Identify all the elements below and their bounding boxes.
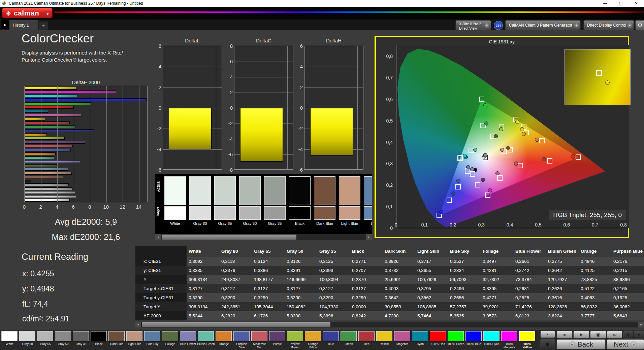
palette-swatch-gray-35[interactable]: Gray 35 — [72, 330, 90, 350]
meter-dropdown[interactable]: X-Rite i1Pro 2Direct View ▼ — [455, 20, 491, 30]
swatch-color[interactable] — [198, 331, 214, 341]
palette-swatch-gray-80[interactable]: Gray 80 — [19, 330, 36, 350]
swatch-color[interactable] — [358, 331, 375, 341]
add-tab-button[interactable]: + — [39, 22, 48, 30]
gear-icon[interactable]: ⚙ — [635, 20, 644, 30]
swatch-color[interactable] — [394, 331, 410, 341]
scroll-right-icon[interactable]: ► — [366, 234, 372, 240]
play-icon[interactable]: ▶ — [573, 330, 589, 339]
palette-swatch-cyan[interactable]: Cyan — [411, 330, 429, 350]
table-cell: 0,3376 — [219, 266, 252, 275]
table-cell: 0,2681 — [513, 284, 546, 293]
swatch-color[interactable] — [448, 331, 464, 341]
swatch-color[interactable] — [73, 331, 89, 341]
chevron-up-icon[interactable]: ▲ — [540, 330, 555, 338]
palette-swatch-blue[interactable]: Blue — [322, 330, 340, 350]
palette-swatch-gray-50[interactable]: Gray 50 — [54, 330, 72, 350]
swatch-color[interactable] — [483, 331, 500, 341]
refresh-icon[interactable]: ⟳ — [623, 330, 633, 339]
next-button[interactable]: Next » — [607, 339, 644, 349]
close-icon[interactable]: ✕ — [629, 0, 644, 7]
swatch-color[interactable] — [376, 331, 392, 341]
pattern-standby-button[interactable]: ■ — [540, 339, 555, 349]
scroll-right-icon[interactable]: ► — [638, 322, 644, 327]
swatch-color[interactable] — [519, 331, 535, 341]
palette-swatch-yellow[interactable]: Yellow — [376, 330, 393, 350]
loop-infinity-icon[interactable]: ∞ — [607, 330, 622, 339]
scroll-left-icon[interactable]: ◄ — [135, 322, 141, 327]
swatch-color[interactable] — [305, 331, 321, 341]
palette-swatch-100-red[interactable]: 100% Red — [429, 330, 447, 350]
swatch-color[interactable] — [37, 331, 53, 341]
palette-swatch-green[interactable]: Green — [340, 330, 358, 350]
palette-swatch-dark-skin[interactable]: Dark Skin — [108, 330, 126, 350]
swatch-color[interactable] — [180, 331, 196, 341]
swatch-color[interactable] — [465, 331, 482, 341]
strip-scrollbar[interactable]: ◄ ► — [155, 234, 372, 240]
tab-history-1[interactable]: History 1 — [9, 20, 38, 30]
back-button[interactable]: « Back — [556, 339, 606, 349]
swatch-color[interactable] — [162, 331, 178, 341]
palette-swatch-magenta[interactable]: Magenta — [393, 330, 411, 350]
palette-swatch-orange-yellow[interactable]: Orange Yellow — [304, 330, 322, 350]
minimize-icon[interactable]: — — [598, 0, 613, 7]
maximize-icon[interactable]: ▢ — [613, 0, 629, 7]
swatch-color[interactable] — [126, 331, 142, 341]
swatch-color[interactable] — [55, 331, 71, 341]
pattern-window-icon[interactable]: ▣ — [590, 330, 606, 339]
record-circle-icon[interactable]: ● — [634, 330, 644, 339]
palette-swatch-white[interactable]: White — [1, 330, 19, 350]
swatch-color[interactable] — [341, 331, 357, 341]
swatch-color[interactable] — [19, 331, 35, 341]
palette-swatch-black[interactable]: Black — [90, 330, 108, 350]
palette-swatch-100-magenta[interactable]: 100% Magenta — [501, 330, 518, 350]
scroll-left-icon[interactable]: ◄ — [155, 234, 161, 240]
palette-swatch-100-yellow[interactable]: 100% Yellow — [518, 330, 536, 350]
palette-swatch-moderate-red[interactable]: Moderate Red — [251, 330, 268, 350]
swatch-color[interactable] — [430, 331, 446, 341]
palette-swatch-bluish-green[interactable]: Bluish Green — [197, 330, 215, 350]
swatch-color[interactable] — [412, 331, 428, 341]
chevron-down-icon[interactable]: ▼ — [627, 23, 632, 28]
palette-swatch-purple[interactable]: Purple — [268, 330, 286, 350]
palette-swatch-blue-sky[interactable]: Blue Sky — [143, 330, 161, 350]
palette-swatch-red[interactable]: Red — [358, 330, 376, 350]
calman-menu-button[interactable]: ◈ calman ▼ — [2, 8, 53, 18]
palette-swatch-light-skin[interactable]: Light Skin — [126, 330, 143, 350]
table-cell: 5,3535 — [448, 311, 481, 320]
swatch-color[interactable] — [287, 331, 303, 341]
target-swatch — [289, 206, 311, 220]
palette-swatch-orange[interactable]: Orange — [215, 330, 233, 350]
palette-swatch-gray-65[interactable]: Gray 65 — [36, 330, 54, 350]
calman-menu-arrow-icon[interactable]: ▼ — [44, 11, 51, 18]
chevron-down-icon[interactable]: ▼ — [574, 23, 579, 28]
table-scrollbar-thumb[interactable] — [142, 322, 330, 327]
swatch-label: Gray 35 — [72, 342, 90, 346]
stop-icon[interactable]: ■ — [556, 330, 573, 339]
palette-swatch-100-blue[interactable]: 100% Blue — [465, 330, 483, 350]
table-scrollbar[interactable]: ◄ ► — [135, 322, 644, 327]
display-control-dropdown[interactable]: Direct Display Control ▼ — [583, 20, 634, 30]
axis-tick-label: -4 — [223, 136, 233, 142]
swatch-color[interactable] — [1, 331, 18, 341]
palette-swatch-yellow-green[interactable]: Yellow Green — [286, 330, 304, 350]
meter-count-badge[interactable]: 234 — [494, 21, 503, 30]
swatch-color[interactable] — [251, 331, 267, 341]
swatch-color[interactable] — [269, 331, 285, 341]
tab-scroll-arrow-icon[interactable]: ▶ — [1, 20, 9, 29]
swatch-color[interactable] — [501, 331, 517, 341]
palette-swatch-foliage[interactable]: Foliage — [161, 330, 179, 350]
palette-swatch-100-cyan[interactable]: 100% Cyan — [483, 330, 501, 350]
swatch-color[interactable] — [144, 331, 160, 341]
swatch-color[interactable] — [216, 331, 232, 341]
swatch-color[interactable] — [91, 331, 107, 341]
chevron-down-icon[interactable]: ▼ — [484, 23, 489, 28]
palette-swatch-100-green[interactable]: 100% Green — [447, 330, 465, 350]
swatch-color[interactable] — [233, 331, 250, 341]
swatch-color[interactable] — [323, 331, 339, 341]
palette-swatch-purplish-blue[interactable]: Purplish Blue — [233, 330, 251, 350]
swatch-color[interactable] — [108, 331, 125, 341]
strip-scrollbar-thumb[interactable] — [162, 235, 296, 240]
source-dropdown[interactable]: CalMAN Client 3 Pattern Generator ▼ — [505, 20, 581, 30]
palette-swatch-blue-flower[interactable]: Blue Flower — [179, 330, 197, 350]
